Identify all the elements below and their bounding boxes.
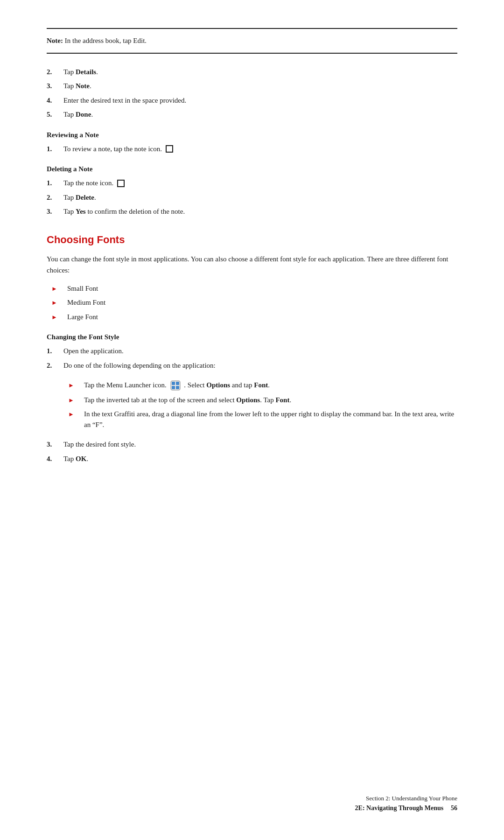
list-item: 4. Enter the desired text in the space p… [47, 95, 457, 106]
list-item: ► Small Font [51, 283, 457, 294]
step-num: 4. [47, 454, 63, 464]
list-item: ► In the text Graffiti area, drag a diag… [68, 409, 457, 430]
bullet-text-1: Tap the Menu Launcher icon. . Select Opt… [84, 380, 457, 391]
note-box: Note: In the address book, tap Edit. [47, 28, 457, 54]
step-text: Tap Delete. [63, 192, 96, 203]
step-text: To review a note, tap the note icon. [63, 144, 173, 154]
step-text: Open the application. [63, 346, 124, 357]
step-num: 1. [47, 144, 63, 154]
list-item: 3. Tap the desired font style. [47, 439, 457, 450]
font-choice-small: Small Font [67, 283, 457, 294]
step-num: 3. [47, 206, 63, 217]
footer-chapter-page: 2E: Navigating Through Menus 56 [355, 804, 457, 812]
step-num: 2. [47, 67, 63, 77]
footer-chapter-text: 2E: Navigating Through Menus [355, 805, 444, 812]
list-item: 1. To review a note, tap the note icon. [47, 144, 457, 154]
list-item: 2. Tap Details. [47, 67, 457, 77]
step-text: Tap the note icon. [63, 178, 125, 189]
menu-launcher-icon [170, 380, 181, 391]
bullet-arrow-icon: ► [68, 381, 81, 390]
step-num: 1. [47, 178, 63, 189]
section-heading-fonts: Choosing Fonts [47, 234, 457, 246]
list-item: 4. Tap OK. [47, 454, 457, 464]
note-icon [117, 180, 125, 187]
step-num: 1. [47, 346, 63, 357]
bullet-arrow-icon: ► [51, 298, 64, 308]
list-item: ► Tap the inverted tab at the top of the… [68, 395, 457, 406]
bullet-arrow-icon: ► [51, 313, 64, 322]
list-item: ► Medium Font [51, 297, 457, 308]
step-text: Enter the desired text in the space prov… [63, 95, 186, 106]
reviewing-steps: 1. To review a note, tap the note icon. [47, 144, 457, 154]
step-text: Tap Done. [63, 109, 93, 120]
choosing-fonts-para: You can change the font style in most ap… [47, 253, 457, 276]
bullet-arrow-icon: ► [68, 410, 81, 419]
list-item: 3. Tap Note. [47, 81, 457, 91]
steps-top-list: 2. Tap Details. 3. Tap Note. 4. Enter th… [47, 67, 457, 120]
svg-rect-3 [172, 386, 175, 389]
step-text: Tap OK. [63, 454, 88, 464]
list-item: ► Tap the Menu Launcher icon. . Select O… [68, 380, 457, 391]
subsection-heading-font-style: Changing the Font Style [47, 333, 457, 341]
svg-rect-2 [176, 382, 179, 385]
note-content: In the address book, tap Edit. [65, 37, 147, 44]
bullet-text-3: In the text Graffiti area, drag a diagon… [84, 409, 457, 430]
step-num: 5. [47, 109, 63, 120]
svg-rect-1 [172, 382, 175, 385]
note-label: Note: [47, 37, 63, 44]
bullet-text-2: Tap the inverted tab at the top of the s… [84, 395, 457, 406]
subsection-heading-deleting: Deleting a Note [47, 165, 457, 173]
step-text: Tap Details. [63, 67, 98, 77]
step-text: Tap Yes to confirm the deletion of the n… [63, 206, 185, 217]
list-item: 1. Tap the note icon. [47, 178, 457, 189]
font-choices-list: ► Small Font ► Medium Font ► Large Font [51, 283, 457, 322]
note-icon [166, 145, 173, 153]
list-item: 1. Open the application. [47, 346, 457, 357]
step-num: 3. [47, 81, 63, 91]
page-footer: Section 2: Understanding Your Phone 2E: … [355, 795, 457, 812]
bullet-arrow-icon: ► [68, 396, 81, 405]
font-style-steps: 1. Open the application. 2. Do one of th… [47, 346, 457, 371]
step-num: 4. [47, 95, 63, 106]
step-num: 2. [47, 192, 63, 203]
svg-rect-4 [176, 386, 179, 389]
font-choice-medium: Medium Font [67, 297, 457, 308]
font-choice-large: Large Font [67, 312, 457, 322]
footer-section-text: Section 2: Understanding Your Phone [355, 795, 457, 802]
bullet-arrow-icon: ► [51, 284, 64, 294]
note-text: Note: In the address book, tap Edit. [47, 35, 457, 46]
list-item: 2. Do one of the following depending on … [47, 360, 457, 371]
step-text: Tap Note. [63, 81, 91, 91]
list-item: 5. Tap Done. [47, 109, 457, 120]
step-text: Do one of the following depending on the… [63, 360, 216, 371]
font-style-steps-end: 3. Tap the desired font style. 4. Tap OK… [47, 439, 457, 464]
step-num: 2. [47, 360, 63, 371]
footer-page-num: 56 [451, 805, 457, 812]
step-text: Tap the desired font style. [63, 439, 136, 450]
page-container: Note: In the address book, tap Edit. 2. … [0, 0, 504, 840]
list-item: 2. Tap Delete. [47, 192, 457, 203]
list-item: 3. Tap Yes to confirm the deletion of th… [47, 206, 457, 217]
font-style-bullets: ► Tap the Menu Launcher icon. . Select O… [68, 380, 457, 430]
list-item: ► Large Font [51, 312, 457, 322]
deleting-steps: 1. Tap the note icon. 2. Tap Delete. 3. … [47, 178, 457, 217]
step-num: 3. [47, 439, 63, 450]
subsection-heading-reviewing: Reviewing a Note [47, 131, 457, 139]
